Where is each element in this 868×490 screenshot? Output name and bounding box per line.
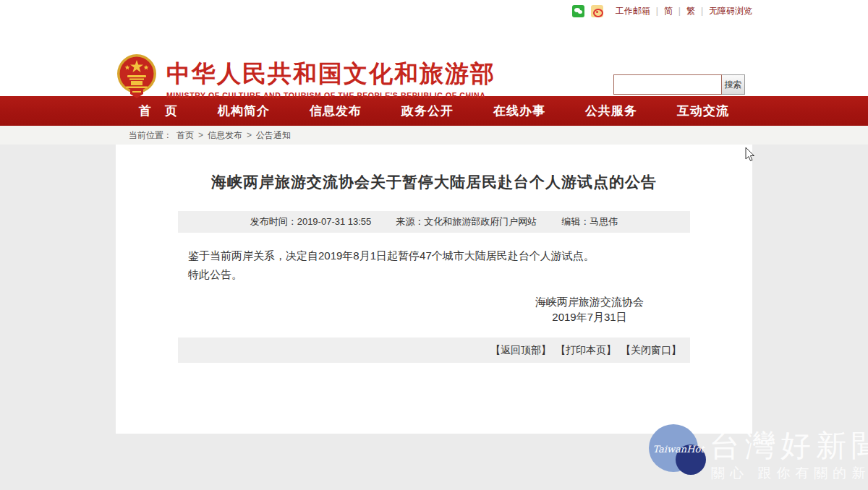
source-value: 文化和旅游部政府门户网站: [424, 216, 537, 227]
work-mail-link[interactable]: 工作邮箱: [616, 5, 650, 17]
breadcrumb-label: 当前位置：: [129, 129, 172, 142]
topbar-separator: |: [656, 6, 658, 16]
breadcrumb: 当前位置： 首页 > 信息发布 > 公告通知: [0, 126, 868, 145]
weibo-icon[interactable]: [591, 5, 603, 17]
watermark-logo-text: TaiwanHot: [650, 444, 707, 455]
watermark-title: 台灣好新聞: [710, 426, 868, 466]
topbar-separator: |: [701, 6, 703, 16]
signature-org: 海峡两岸旅游交流协会: [535, 294, 644, 309]
source-label: 来源：: [396, 216, 424, 227]
article-meta-bar: 发布时间：2019-07-31 13:55 来源：文化和旅游部政府门户网站 编辑…: [178, 211, 690, 233]
nav-item-public-services[interactable]: 公共服务: [585, 103, 637, 119]
publish-time-label: 发布时间：: [250, 216, 297, 227]
close-window-button[interactable]: 【关闭窗口】: [621, 344, 681, 357]
nav-item-news[interactable]: 信息发布: [310, 103, 362, 119]
article-title: 海峡两岸旅游交流协会关于暂停大陆居民赴台个人游试点的公告: [116, 172, 752, 192]
site-search: 搜索: [613, 74, 745, 95]
taiwanhot-watermark: TaiwanHot 台灣好新聞 關心 跟你有關的新聞: [647, 421, 868, 488]
national-emblem-logo: [116, 53, 158, 101]
site-title: 中华人民共和国文化和旅游部: [166, 59, 495, 88]
print-page-button[interactable]: 【打印本页】: [556, 344, 616, 357]
article-body: 鉴于当前两岸关系，决定自2019年8月1日起暂停47个城市大陆居民赴台个人游试点…: [178, 246, 690, 284]
site-header: 中华人民共和国文化和旅游部 MINISTRY OF CULTURE AND TO…: [0, 22, 868, 96]
breadcrumb-separator: >: [247, 130, 252, 140]
back-to-top-button[interactable]: 【返回顶部】: [490, 344, 551, 357]
nav-item-interaction[interactable]: 互动交流: [677, 103, 729, 119]
article-card: 海峡两岸旅游交流协会关于暂停大陆居民赴台个人游试点的公告 发布时间：2019-0…: [116, 145, 752, 434]
site-subtitle: MINISTRY OF CULTURE AND TOURISM OF THE P…: [166, 91, 495, 100]
signature-date: 2019年7月31日: [535, 309, 644, 324]
topbar-separator: |: [678, 6, 681, 16]
article-actions-bar: 【返回顶部】 【打印本页】 【关闭窗口】: [178, 338, 690, 363]
nav-item-home[interactable]: 首 页: [139, 103, 178, 119]
breadcrumb-notices[interactable]: 公告通知: [256, 129, 291, 142]
article-signature-block: 海峡两岸旅游交流协会 2019年7月31日: [178, 294, 690, 324]
breadcrumb-separator: >: [198, 130, 203, 140]
traditional-chinese-link[interactable]: 繁: [686, 5, 695, 17]
simplified-chinese-link[interactable]: 简: [664, 5, 673, 17]
top-utility-bar: 工作邮箱 | 简 | 繁 | 无障碍浏览: [0, 0, 868, 22]
breadcrumb-news[interactable]: 信息发布: [208, 129, 242, 142]
publish-time-value: 2019-07-31 13:55: [297, 216, 372, 227]
search-input[interactable]: [613, 74, 722, 95]
mouse-cursor-icon: [745, 147, 755, 163]
article-paragraph: 特此公告。: [188, 265, 690, 284]
editor-label: 编辑：: [561, 216, 590, 227]
watermark-slogan: 關心 跟你有關的新聞: [711, 464, 868, 483]
main-content-area: 海峡两岸旅游交流协会关于暂停大陆居民赴台个人游试点的公告 发布时间：2019-0…: [0, 145, 868, 490]
site-brand: 中华人民共和国文化和旅游部 MINISTRY OF CULTURE AND TO…: [116, 53, 495, 101]
nav-item-gov-affairs[interactable]: 政务公开: [401, 103, 454, 119]
wechat-icon[interactable]: [572, 5, 584, 17]
editor-value: 马思伟: [590, 216, 618, 227]
search-button[interactable]: 搜索: [722, 74, 745, 95]
nav-item-online-services[interactable]: 在线办事: [493, 103, 545, 119]
article-paragraph: 鉴于当前两岸关系，决定自2019年8月1日起暂停47个城市大陆居民赴台个人游试点…: [188, 246, 690, 265]
nav-item-about[interactable]: 机构简介: [218, 103, 270, 119]
accessibility-link[interactable]: 无障碍浏览: [709, 5, 752, 17]
breadcrumb-home[interactable]: 首页: [176, 129, 194, 142]
